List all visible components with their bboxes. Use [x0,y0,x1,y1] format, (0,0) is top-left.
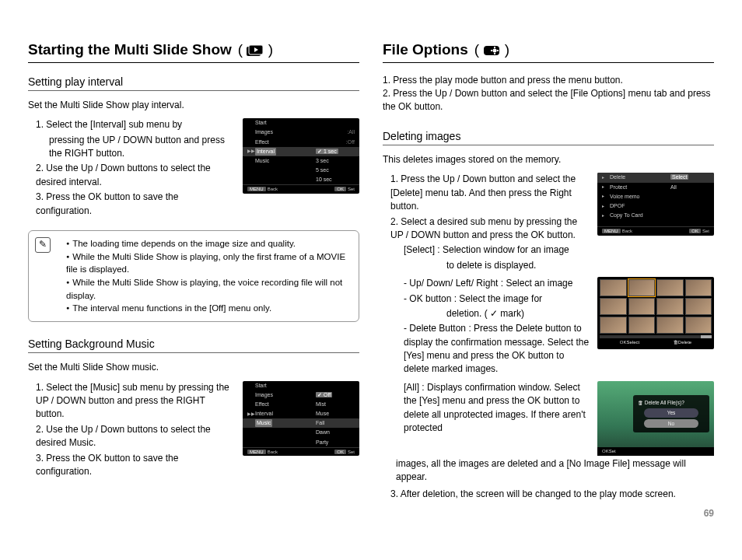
file-options-icon [483,45,500,56]
thumbnail-screen: OKSelect🗑Delete [597,277,714,349]
d3: 3. After deletion, the screen will be ch… [383,488,714,501]
sec2-heading: Setting Background Music [28,336,359,353]
d2e: [All] : Displays confirmation window. Se… [390,381,590,436]
del-row2: - Up/ Down/ Left/ Right : Select an imag… [383,277,714,378]
left-title-paren: ( ) [238,39,273,61]
d2: 2. Select a desired sub menu by pressing… [390,215,590,243]
left-title: Starting the Multi Slide Show [28,39,232,61]
sec1-row: 1. Select the [Interval] sub menu by pre… [28,118,359,219]
n2: While the Multi Slide Show is playing, o… [66,250,351,276]
d2c2: deletion. ( ✓ mark) [390,307,590,320]
d2b: - Up/ Down/ Left/ Right : Select an imag… [390,277,590,290]
note-icon: ✎ [35,237,51,253]
del-steps2: - Up/ Down/ Left/ Right : Select an imag… [383,277,590,378]
music-screen: Start ImagesOff EffectMist ▶▶IntervalMus… [243,381,359,457]
interval-notes: ✎ The loading time depends on the image … [28,230,359,322]
left-title-row: Starting the Multi Slide Show ( ) [28,39,359,63]
s3: 3. Press the OK button to save the confi… [36,191,235,218]
svg-point-4 [493,48,497,52]
del-row3: [All] : Displays confirmation window. Se… [383,381,714,456]
right-column: File Options ( ) 1. Press the play mode … [383,39,714,501]
confirm-screen: 🗑 Delete All File(s)? Yes No OKSet [597,381,714,456]
right-title-paren: ( ) [474,39,509,61]
sec1-intro: Set the Multi Slide Show play interval. [28,99,359,112]
del-row1: 1. Press the Up / Down button and select… [383,173,714,274]
s2: 2. Use the Up / Down buttons to select t… [36,162,235,189]
d2e2: images, all the images are deleted and a… [383,457,714,485]
del-steps3: [All] : Displays confirmation window. Se… [383,381,590,437]
d1: 1. Press the Up / Down button and select… [390,173,590,213]
svg-rect-8 [497,50,499,51]
interval-screen: Start Images:All Effect:Off ▶▶Interval1 … [243,118,359,194]
sec2-row: 1. Select the [Music] sub menu by pressi… [28,381,359,481]
d2a2: to delete is displayed. [390,259,590,272]
n3: While the Multi Slide Show is playing, t… [66,276,351,302]
left-column: Starting the Multi Slide Show ( ) Settin… [28,39,359,501]
s1: 1. Select the [Interval] sub menu by [36,118,235,131]
sec1-steps: 1. Select the [Interval] sub menu by pre… [28,118,235,219]
m1: 1. Select the [Music] sub menu by pressi… [36,381,235,422]
notes-list: The loading time depends on the image si… [57,237,351,315]
delete-menu-screen: ▸DeleteSelect ▸ProtectAll ▸Voice memo ▸D… [597,173,714,235]
r-intro1: 1. Press the play mode button and press … [383,74,714,87]
n1: The loading time depends on the image si… [66,237,351,250]
svg-rect-6 [494,53,495,54]
del-heading: Deleting images [383,128,714,145]
right-title: File Options [383,39,468,61]
sec2-steps: 1. Select the [Music] sub menu by pressi… [28,381,235,481]
svg-rect-7 [491,50,492,51]
r-intro2: 2. Press the Up / Down button and select… [383,87,714,114]
del-steps1: 1. Press the Up / Down button and select… [383,173,590,274]
d2a: [Select] : Selection window for an image [390,243,590,257]
no-option: No [644,419,698,428]
sec1-heading: Setting play interval [28,74,359,91]
right-title-row: File Options ( ) [383,39,714,63]
m3: 3. Press the OK button to save the confi… [36,452,235,479]
slideshow-icon [247,45,264,56]
d2c: - OK button : Select the image for [390,292,590,306]
sec2-intro: Set the Multi Slide Show music. [28,361,359,374]
yes-option: Yes [644,408,698,417]
page-columns: Starting the Multi Slide Show ( ) Settin… [28,39,714,501]
d2d: - Delete Button : Press the Delete butto… [390,322,590,376]
m2: 2. Use the Up / Down buttons to select t… [36,423,235,450]
page-number: 69 [28,507,714,520]
del-intro: This deletes images stored on the memory… [383,153,714,166]
confirm-dialog: 🗑 Delete All File(s)? Yes No [633,395,709,432]
s1b: pressing the UP / DOWN button and press … [36,134,235,161]
svg-rect-5 [494,47,495,48]
n4: The interval menu functions in the [Off]… [66,302,351,315]
